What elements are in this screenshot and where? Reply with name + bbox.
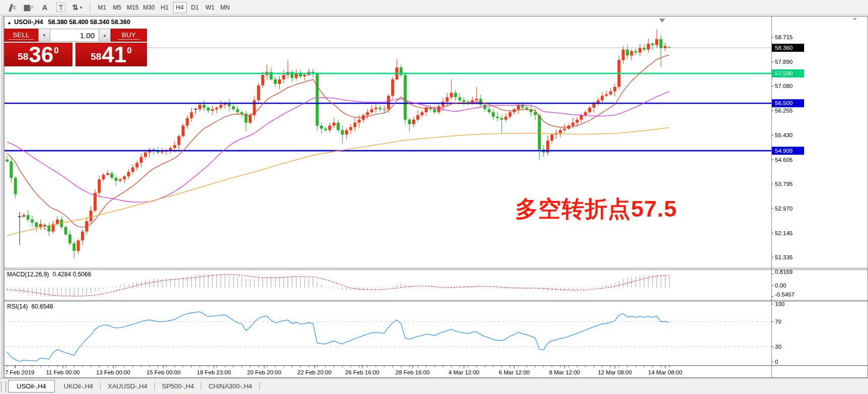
- svg-text:28 Feb 16:00: 28 Feb 16:00: [396, 369, 430, 375]
- tab-divider: [259, 382, 260, 390]
- timeframe-h1[interactable]: H1: [158, 2, 172, 13]
- collapse-arrow-icon: ▲: [7, 20, 12, 25]
- window-left-border-inner: [3, 16, 4, 378]
- symbol-ohlc-quotes: 58.380 58.400 58.340 58.360: [48, 19, 130, 26]
- svg-text:4 Mar 12:00: 4 Mar 12:00: [448, 369, 479, 375]
- text-icon: A: [42, 3, 48, 12]
- volume-input[interactable]: [50, 29, 99, 42]
- svg-text:54.605: 54.605: [775, 157, 793, 163]
- svg-text:58.360: 58.360: [775, 45, 793, 51]
- timeframe-m5[interactable]: M5: [110, 2, 124, 13]
- fibonacci-tool-button[interactable]: ▦F: [21, 2, 36, 14]
- channel-tool-button[interactable]: ∥E: [5, 2, 20, 14]
- sell-button[interactable]: SELL: [4, 29, 38, 42]
- svg-text:30: 30: [775, 344, 781, 350]
- chart-text-annotation: 多空转折点57.5: [515, 194, 677, 224]
- timeframe-w1[interactable]: W1: [203, 2, 217, 13]
- spinner-up-icon: ▲: [103, 33, 107, 38]
- svg-text:57.500: 57.500: [775, 70, 793, 76]
- svg-text:12 Mar 08:00: 12 Mar 08:00: [598, 369, 632, 375]
- tab-china300[interactable]: CHINA300-,H4: [202, 380, 258, 392]
- svg-text:100: 100: [775, 301, 784, 307]
- volume-increase-button[interactable]: ▲: [99, 29, 111, 42]
- svg-text:0.00: 0.00: [775, 282, 786, 288]
- volume-decrease-button[interactable]: ▼: [38, 29, 50, 42]
- tab-divider: [100, 382, 101, 390]
- buy-button[interactable]: BUY: [111, 29, 147, 42]
- svg-text:0.8169: 0.8169: [775, 269, 793, 275]
- timeframe-h4[interactable]: H4: [173, 2, 187, 13]
- tab-sp500[interactable]: SP500-,H4: [156, 380, 200, 392]
- svg-text:11 Feb 00:00: 11 Feb 00:00: [46, 369, 80, 375]
- svg-text:56.255: 56.255: [775, 108, 793, 114]
- svg-text:52.145: 52.145: [775, 230, 793, 236]
- one-click-trading-panel: SELL ▼ ▲ BUY 58360 58410: [4, 29, 147, 66]
- svg-text:22 Feb 20:00: 22 Feb 20:00: [297, 369, 332, 375]
- tab-usoil[interactable]: USOil-,H4: [8, 380, 55, 392]
- svg-text:7 Feb 2019: 7 Feb 2019: [5, 369, 34, 375]
- svg-text:0: 0: [775, 359, 778, 365]
- svg-text:18 Feb 23:00: 18 Feb 23:00: [197, 369, 231, 375]
- svg-text:26 Feb 16:00: 26 Feb 16:00: [345, 369, 379, 375]
- top-toolbar: ∥E ▦F A T ⇅ ▾ M1 M5 M15 M30 H1 H4 D1 W1 …: [0, 0, 868, 15]
- arrows-tool-button[interactable]: ⇅ ▾: [69, 2, 85, 14]
- svg-text:51.335: 51.335: [775, 254, 793, 260]
- text-tool-button[interactable]: A: [37, 2, 52, 14]
- toolbar-separator: [90, 2, 90, 13]
- chart-tab-bar: USOil-,H4 UKOil-,H4 XAUUSD-,H4 SP500-,H4…: [0, 378, 868, 394]
- buy-price-button[interactable]: 58410: [75, 43, 147, 66]
- timeframe-m30[interactable]: M30: [141, 2, 156, 13]
- svg-text:-0.5457: -0.5457: [775, 291, 795, 298]
- timeframe-m15[interactable]: M15: [125, 2, 140, 13]
- tab-divider: [154, 382, 155, 390]
- fibonacci-icon: ▦: [24, 3, 31, 12]
- svg-text:13 Feb 00:00: 13 Feb 00:00: [96, 369, 130, 375]
- tab-ukoil[interactable]: UKOil-,H4: [58, 380, 100, 392]
- svg-text:58.715: 58.715: [775, 34, 793, 40]
- window-left-border: [2, 16, 2, 378]
- svg-text:54.909: 54.909: [775, 148, 793, 154]
- chart-symbol-header: ▲USOil-,H458.380 58.400 58.340 58.360: [7, 19, 130, 26]
- label-icon: T: [56, 3, 65, 12]
- svg-text:57.890: 57.890: [775, 59, 793, 65]
- svg-text:15 Feb 00:00: 15 Feb 00:00: [146, 369, 181, 375]
- sell-price-button[interactable]: 58360: [4, 43, 72, 66]
- svg-text:56.500: 56.500: [775, 100, 793, 106]
- rsi-indicator-label: RSI(14)60.6546: [7, 303, 53, 310]
- macd-indicator-label: MACD(12,26,9)0.4284 0.5066: [7, 271, 91, 278]
- svg-text:8 Mar 12:00: 8 Mar 12:00: [549, 369, 580, 375]
- macd-values: 0.4284 0.5066: [52, 271, 91, 278]
- tab-divider: [201, 382, 201, 390]
- svg-text:53.795: 53.795: [775, 181, 793, 187]
- svg-text:20 Feb 20:00: 20 Feb 20:00: [247, 369, 281, 375]
- svg-text:52.970: 52.970: [775, 206, 793, 212]
- timeframe-d1[interactable]: D1: [188, 2, 202, 13]
- arrows-icon: ⇅: [72, 3, 78, 12]
- timeframe-m1[interactable]: M1: [95, 2, 109, 13]
- spinner-down-icon: ▼: [42, 33, 46, 38]
- timeframe-mn[interactable]: MN: [218, 2, 232, 13]
- tabbar-grip: [1, 381, 6, 391]
- channel-icon: ∥: [8, 3, 14, 12]
- svg-text:14 Mar 08:00: 14 Mar 08:00: [648, 369, 682, 375]
- svg-text:55.430: 55.430: [775, 132, 793, 138]
- rsi-value: 60.6546: [31, 303, 53, 310]
- chart-canvas[interactable]: 58.71557.89057.08056.25555.43054.60553.7…: [4, 16, 868, 378]
- svg-text:57.080: 57.080: [775, 83, 793, 89]
- svg-text:70: 70: [775, 319, 781, 325]
- chevron-down-icon: ▾: [80, 5, 83, 10]
- tab-xauusd[interactable]: XAUUSD-,H4: [102, 380, 153, 392]
- label-tool-button[interactable]: T: [53, 2, 68, 14]
- symbol-name: USOil-,H4: [14, 19, 43, 26]
- svg-text:6 Mar 12:00: 6 Mar 12:00: [499, 369, 529, 375]
